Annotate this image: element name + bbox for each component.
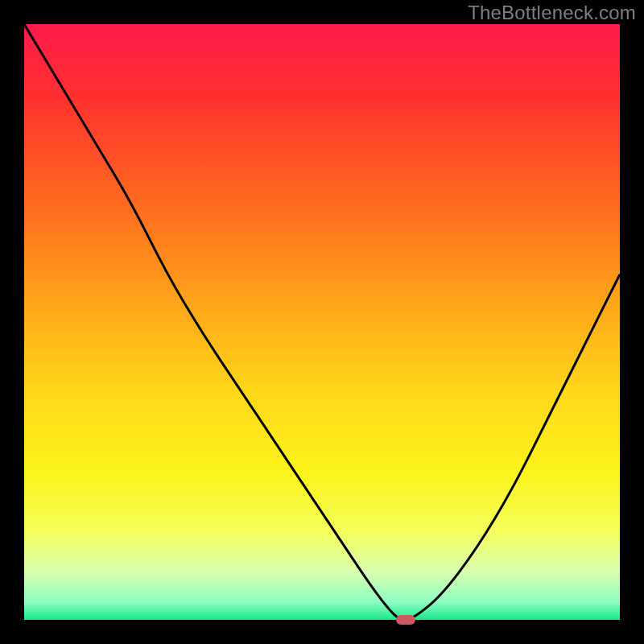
chart-stage: TheBottleneck.com: [0, 0, 644, 644]
heatmap-background: [24, 24, 620, 620]
plot-area: [24, 24, 620, 620]
watermark-text: TheBottleneck.com: [468, 2, 636, 24]
chart-svg: [24, 24, 620, 620]
optimum-marker: [396, 615, 415, 625]
